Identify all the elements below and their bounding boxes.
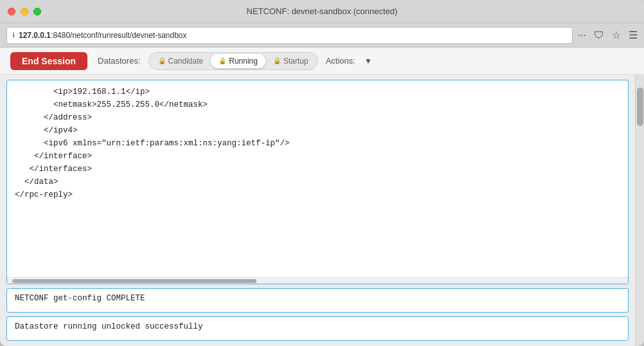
bookmark-icon[interactable]: ☆: [612, 29, 621, 41]
status-panel-1: NETCONF get-config COMPLETE: [6, 288, 629, 313]
end-session-button[interactable]: End Session: [10, 52, 87, 70]
status-panel-2: Datastore running unlocked successfully: [6, 316, 629, 341]
xml-line: </data>: [15, 176, 620, 188]
maximize-button[interactable]: [33, 8, 41, 15]
datastores-label: Datastores:: [98, 56, 140, 66]
status-message-1: NETCONF get-config COMPLETE: [15, 294, 145, 303]
xml-line: </interface>: [15, 150, 620, 163]
xml-line: </address>: [15, 111, 620, 124]
lock-icon-startup: 🔒: [273, 57, 281, 64]
horizontal-scroll-thumb[interactable]: [12, 279, 256, 283]
app-window: NETCONF: devnet-sandbox (connected) ℹ 12…: [0, 0, 644, 346]
datastore-running-label: Running: [229, 57, 258, 66]
minimize-button[interactable]: [21, 8, 28, 15]
address-bar: ℹ 127.0.0.1:8480/netconf/runresult/devne…: [0, 23, 644, 48]
xml-line: </ipv4>: [15, 124, 620, 137]
horizontal-scroll-track[interactable]: [7, 277, 628, 284]
actions-dropdown-icon[interactable]: ▼: [364, 57, 372, 66]
lock-icon: 🔒: [158, 57, 166, 64]
datastore-group: 🔒 Candidate 🔒 Running 🔒 Startup: [148, 52, 318, 70]
toolbar: End Session Datastores: 🔒 Candidate 🔒 Ru…: [0, 48, 644, 75]
content-with-scroll: <ip>192.168.1.1</ip> <netmask>255.255.25…: [0, 75, 644, 346]
datastore-startup-label: Startup: [283, 57, 309, 66]
browser-nav-icons: ··· 🛡 ☆ ☰: [578, 29, 638, 41]
info-icon: ℹ: [12, 31, 15, 39]
xml-line: <netmask>255.255.255.0</netmask>: [15, 98, 620, 111]
xml-line: <ip>192.168.1.1</ip>: [15, 86, 620, 98]
datastore-candidate-label: Candidate: [168, 57, 204, 66]
traffic-lights: [8, 8, 41, 15]
url-path: :8480/netconf/runresult/devnet-sandbox: [51, 31, 186, 40]
xml-line: </interfaces>: [15, 163, 620, 176]
xml-content[interactable]: <ip>192.168.1.1</ip> <netmask>255.255.25…: [7, 80, 628, 277]
xml-output-panel: <ip>192.168.1.1</ip> <netmask>255.255.25…: [6, 80, 629, 284]
xml-line: <ipv6 xmlns="urn:ietf:params:xml:ns:yang…: [15, 137, 620, 150]
datastore-startup-button[interactable]: 🔒 Startup: [265, 54, 316, 68]
vertical-scrollbar[interactable]: [635, 75, 644, 346]
menu-icon[interactable]: ☰: [629, 29, 638, 41]
actions-label: Actions:: [326, 56, 355, 66]
datastore-running-button[interactable]: 🔒 Running: [211, 54, 265, 68]
lock-icon-running: 🔒: [219, 57, 226, 64]
title-bar: NETCONF: devnet-sandbox (connected): [0, 0, 644, 23]
shield-icon[interactable]: 🛡: [594, 30, 604, 41]
content-area: <ip>192.168.1.1</ip> <netmask>255.255.25…: [0, 75, 635, 346]
vertical-scroll-thumb[interactable]: [637, 87, 643, 126]
window-title: NETCONF: devnet-sandbox (connected): [247, 6, 398, 16]
datastore-candidate-button[interactable]: 🔒 Candidate: [150, 54, 211, 68]
url-text: 127.0.0.1:8480/netconf/runresult/devnet-…: [19, 31, 187, 40]
close-button[interactable]: [8, 8, 15, 15]
xml-line: </rpc-reply>: [15, 188, 620, 201]
status-message-2: Datastore running unlocked successfully: [15, 322, 203, 331]
url-host: 127.0.0.1: [19, 31, 51, 40]
more-icon[interactable]: ···: [578, 30, 586, 41]
url-field[interactable]: ℹ 127.0.0.1:8480/netconf/runresult/devne…: [6, 27, 573, 44]
